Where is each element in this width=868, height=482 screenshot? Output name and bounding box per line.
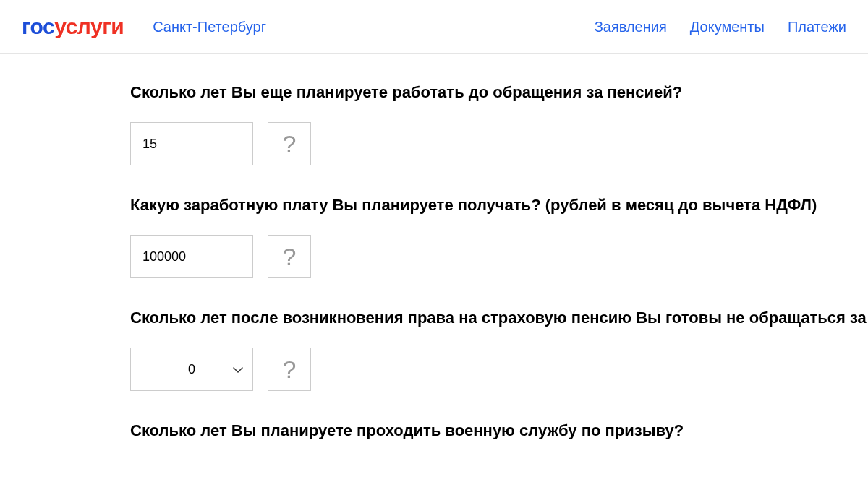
- help-button[interactable]: ?: [268, 235, 311, 278]
- header: госуслуги Санкт-Петербург Заявления Доку…: [0, 0, 868, 54]
- question-years-work: Сколько лет Вы еще планируете работать д…: [130, 83, 868, 102]
- logo[interactable]: госуслуги: [22, 14, 124, 39]
- nav-documents[interactable]: Документы: [690, 19, 765, 35]
- select-value: 0: [142, 362, 241, 377]
- city-selector[interactable]: Санкт-Петербург: [153, 19, 266, 35]
- input-row: ?: [130, 235, 868, 278]
- input-row: ?: [130, 122, 868, 165]
- nav: Заявления Документы Платежи: [595, 19, 846, 35]
- salary-input[interactable]: [130, 235, 253, 278]
- form-group-years-work: Сколько лет Вы еще планируете работать д…: [130, 83, 868, 165]
- defer-years-select[interactable]: 0: [130, 348, 253, 391]
- nav-applications[interactable]: Заявления: [595, 19, 667, 35]
- form-group-salary: Какую заработную плату Вы планируете пол…: [130, 196, 868, 278]
- form-group-military: Сколько лет Вы планируете проходить воен…: [130, 421, 868, 440]
- input-row: 0 ?: [130, 348, 868, 391]
- logo-part1: гос: [22, 14, 54, 38]
- logo-part2: услуги: [54, 14, 124, 38]
- select-wrapper: 0: [130, 348, 253, 391]
- question-military: Сколько лет Вы планируете проходить воен…: [130, 421, 868, 440]
- question-salary: Какую заработную плату Вы планируете пол…: [130, 196, 868, 215]
- years-work-input[interactable]: [130, 122, 253, 165]
- form-group-defer-years: Сколько лет после возникновения права на…: [130, 309, 868, 391]
- help-button[interactable]: ?: [268, 348, 311, 391]
- form-content: Сколько лет Вы еще планируете работать д…: [0, 54, 868, 440]
- nav-payments[interactable]: Платежи: [788, 19, 846, 35]
- help-button[interactable]: ?: [268, 122, 311, 165]
- question-defer-years: Сколько лет после возникновения права на…: [130, 309, 868, 327]
